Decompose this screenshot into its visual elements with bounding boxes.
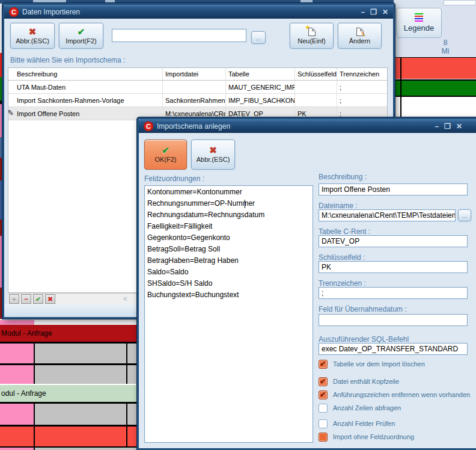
nav-accept-button[interactable]: ✔: [33, 294, 43, 304]
cancel-button-label: Abbr.(ESC): [197, 156, 230, 163]
edit-button[interactable]: ✎ Ändern: [338, 23, 382, 49]
checkbox[interactable]: [319, 360, 328, 369]
checkbox-label: Import ohne Feldzuordnung: [333, 433, 414, 440]
import-button-label: Import(F2): [66, 37, 96, 45]
nav-add-button[interactable]: +: [9, 294, 19, 304]
nav-cancel-button[interactable]: ✖: [45, 294, 55, 304]
checkbox[interactable]: [319, 377, 328, 386]
legende-button[interactable]: Legende: [396, 8, 442, 38]
edit-pencil-icon: ✎: [8, 108, 14, 117]
checkbox[interactable]: [319, 433, 328, 442]
nav-remove-button[interactable]: −: [21, 294, 31, 304]
import-schema-prompt: Bitte wählen Sie ein Importschema :: [10, 56, 125, 64]
table-row[interactable]: Import Sachkonten-Rahmen-Vorlage Sachkon…: [8, 94, 387, 107]
feldzuordnungen-label: Feldzuordnungen :: [144, 174, 204, 183]
close-icon[interactable]: ✕: [456, 122, 462, 131]
app-logo-icon: C: [9, 7, 19, 17]
maximize-icon[interactable]: ❐: [444, 122, 451, 131]
column-header[interactable]: Schlüsselfeld: [294, 68, 337, 80]
uebernahmedatum-label: Feld für Übernahmedatum :: [319, 305, 407, 313]
dialog1-titlebar[interactable]: C Daten Importieren – ❐ ✕: [4, 5, 393, 19]
checkbox-row: Import ohne Feldzuordnung: [319, 432, 414, 442]
dateiname-input[interactable]: M:\cxneunalena\CRent\TEMP\Testdateien AE: [319, 209, 456, 221]
import-check-icon: ✔: [78, 28, 85, 36]
ellipsis-icon: ...: [255, 36, 261, 40]
day-number: 8: [432, 39, 459, 47]
filter-browse-button[interactable]: ...: [251, 31, 266, 44]
column-header[interactable]: Beschreibung: [14, 68, 162, 80]
import-button[interactable]: ✔ Import(F2): [59, 23, 103, 49]
cancel-button[interactable]: ✖ Abbr.(ESC): [10, 23, 55, 49]
tabelle-input[interactable]: DATEV_OP: [319, 235, 468, 247]
close-icon[interactable]: ✕: [382, 8, 388, 16]
calendar-red-bar: [394, 57, 476, 79]
beschreibung-label: Beschreibung :: [319, 173, 367, 181]
trennzeichen-label: Trennzeichen :: [319, 279, 366, 288]
feldzuordnungen-textarea[interactable]: Kontonummer=Kontonummer Rechnungsnummer=…: [144, 185, 313, 443]
dateiname-label: Dateiname :: [319, 202, 358, 210]
ellipsis-icon: ...: [462, 214, 467, 217]
edit-button-label: Ändern: [349, 37, 370, 45]
text-caret: [245, 200, 245, 208]
cancel-x-icon: ✖: [29, 28, 37, 36]
calendar-event-bar-red[interactable]: Modul - Anfrage: [0, 325, 139, 342]
beschreibung-input[interactable]: Import Offene Posten: [319, 183, 468, 196]
dateiname-browse-button[interactable]: ...: [458, 209, 471, 221]
checkbox-label: Tabelle vor dem Import löschen: [333, 360, 425, 368]
filter-input[interactable]: [112, 29, 246, 42]
new-button-label: Neu(Einf): [298, 37, 325, 45]
minimize-icon[interactable]: –: [361, 8, 365, 16]
sql-label: Auszuführender SQL-Befehl: [319, 335, 409, 344]
uebernahmedatum-input[interactable]: [319, 314, 468, 326]
minimize-icon[interactable]: –: [435, 122, 439, 131]
ok-check-icon: ✔: [162, 146, 169, 155]
background-tab: [444, 0, 476, 5]
cancel-button-label: Abbr.(ESC): [16, 37, 49, 45]
trennzeichen-input[interactable]: ;: [319, 287, 468, 299]
checkbox[interactable]: [319, 419, 328, 428]
checkbox-label: Anzahl Felder Prüfen: [333, 420, 395, 427]
calendar-event-bar-green[interactable]: odul - Anfrage: [0, 385, 139, 402]
column-header[interactable]: Importdatei: [162, 68, 225, 80]
checkbox-row: Anzahl Zeilen abfragen: [319, 403, 401, 413]
dialog2-title: Importschema anlegen: [157, 122, 431, 131]
checkbox[interactable]: [319, 390, 328, 399]
legende-icon: [415, 13, 423, 22]
app-logo-icon: C: [144, 122, 153, 131]
checkbox-label: Anführungszeichen entfernen wenn vorhand…: [333, 391, 470, 398]
tabelle-label: Tabelle C-Rent :: [319, 227, 370, 236]
new-document-icon: ✦: [308, 28, 316, 36]
ok-button[interactable]: ✔ OK(F2): [144, 140, 187, 170]
calendar-green-bar: [394, 79, 476, 97]
checkbox-row: Tabelle vor dem Import löschen: [319, 359, 425, 369]
calendar-white-area: [394, 97, 476, 117]
cancel-button[interactable]: ✖ Abbr.(ESC): [191, 140, 235, 170]
ok-button-label: OK(F2): [154, 156, 176, 163]
checkbox[interactable]: [319, 404, 328, 413]
cancel-x-icon: ✖: [209, 146, 217, 155]
column-header[interactable]: Tabelle: [225, 68, 294, 80]
column-header[interactable]: Trennzeichen: [337, 68, 387, 80]
table-row[interactable]: UTA Maut-Daten MAUT_GENERIC_IMP ;: [8, 81, 387, 94]
checkbox-label: Anzahl Zeilen abfragen: [333, 404, 401, 411]
table-header-row[interactable]: Beschreibung Importdatei Tabelle Schlüss…: [8, 68, 387, 81]
importschema-anlegen-dialog: C Importschema anlegen – ❐ ✕ ✔ OK(F2) ✖ …: [137, 117, 476, 450]
day-abbr: Mi: [432, 47, 459, 55]
legende-label: Legende: [404, 23, 435, 32]
dialog2-titlebar[interactable]: C Importschema anlegen – ❐ ✕: [139, 119, 476, 133]
edit-document-icon: ✎: [356, 28, 364, 36]
maximize-icon[interactable]: ❐: [370, 8, 377, 16]
schluesselfeld-label: Schlüsselfeld :: [319, 253, 365, 262]
checkbox-row: Datei enthält Kopfzeile: [319, 377, 399, 386]
schluesselfeld-input[interactable]: PK: [319, 261, 468, 273]
new-button[interactable]: ✦ Neu(Einf): [290, 23, 334, 49]
calendar-bottom-grid: Modul - Anfrage odul - Anfrage: [0, 319, 139, 450]
dialog1-title: Daten Importieren: [22, 8, 357, 16]
calendar-grid-line: [400, 57, 401, 117]
checkbox-row: Anzahl Felder Prüfen: [319, 419, 395, 428]
checkbox-row: Anführungszeichen entfernen wenn vorhand…: [319, 390, 470, 399]
scroll-left-icon[interactable]: <: [123, 295, 127, 303]
checkbox-label: Datei enthält Kopfzeile: [333, 378, 399, 385]
sql-input[interactable]: exec Datev_OP_TRANSFER_STANDARD: [319, 343, 468, 355]
